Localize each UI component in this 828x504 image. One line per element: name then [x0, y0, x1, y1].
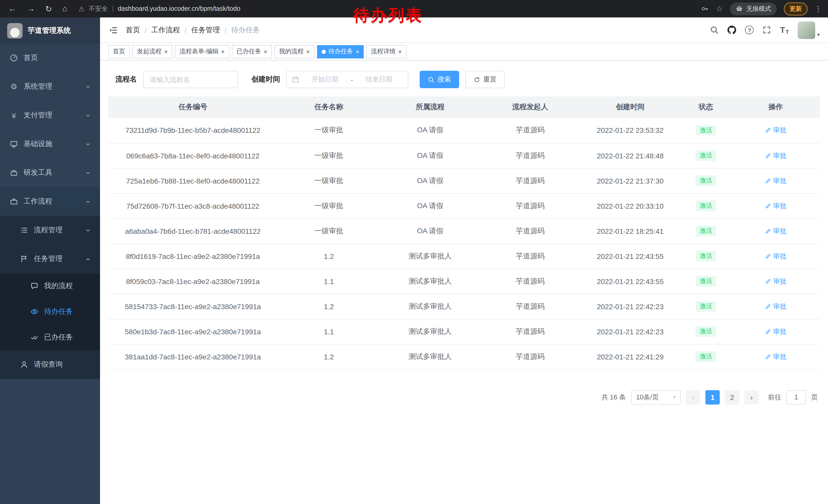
breadcrumb-current: 待办任务	[231, 26, 260, 35]
close-icon[interactable]: ×	[398, 48, 402, 55]
status-badge: 激活	[696, 176, 716, 186]
cell-initiator: 芋道源码	[480, 168, 580, 193]
browser-reload-icon[interactable]: ↻	[45, 4, 52, 13]
cell-actions: 审批	[732, 269, 820, 294]
cell-task-name: 1.2	[278, 243, 380, 269]
sidebar-logo[interactable]: 芋道管理系统	[0, 17, 100, 44]
page-size-select[interactable]: 10条/页 ▾	[631, 390, 681, 404]
breadcrumb: 首页 / 工作流程 / 任务管理 / 待办任务	[126, 26, 260, 35]
tab-start-process[interactable]: 发起流程 ×	[132, 45, 172, 58]
breadcrumb-workflow[interactable]: 工作流程	[151, 26, 180, 35]
approve-link[interactable]: 审批	[765, 176, 786, 185]
cell-task-id: 58154733-7ac8-11ec-a9e2-a2380e71991a	[108, 294, 278, 319]
sidebar-item-system[interactable]: ⚙ 系统管理	[0, 72, 100, 101]
browser-update-button[interactable]: 更新	[784, 2, 808, 15]
sidebar-item-home[interactable]: 首页	[0, 44, 100, 72]
approve-link[interactable]: 审批	[765, 277, 786, 286]
toolbox-icon	[9, 169, 18, 177]
approve-link[interactable]: 审批	[765, 251, 786, 261]
cell-task-id: 73211d9d-7b9b-11ec-b5b7-acde48001122	[108, 118, 278, 143]
table-row: 069c6a63-7b8a-11ec-8ef0-acde48001122 一级审…	[108, 143, 820, 168]
search-icon[interactable]	[710, 26, 719, 34]
approve-link-label: 审批	[773, 226, 786, 236]
sidebar-item-infrastructure[interactable]: 基础设施	[0, 130, 100, 158]
breadcrumb-home[interactable]: 首页	[126, 26, 140, 35]
sidebar-item-done-tasks[interactable]: 已办任务	[0, 325, 100, 350]
create-time-label: 创建时间	[251, 75, 280, 84]
bookmark-star-icon[interactable]: ☆	[716, 4, 723, 13]
breadcrumb-separator: /	[225, 26, 227, 34]
range-separator: -	[351, 76, 353, 83]
sidebar-item-label: 已办任务	[44, 333, 73, 342]
goto-page-input[interactable]	[786, 390, 806, 404]
tab-process-detail[interactable]: 流程详情 ×	[366, 45, 406, 58]
cell-create-time: 2022-01-21 22:42:23	[580, 294, 680, 319]
cell-process: 测试多审批人	[380, 269, 480, 294]
close-icon[interactable]: ×	[356, 48, 359, 55]
browser-menu-icon[interactable]: ⋮	[815, 5, 822, 13]
approve-link[interactable]: 审批	[765, 226, 786, 236]
help-icon[interactable]: ?	[745, 26, 754, 34]
top-navbar: 首页 / 工作流程 / 任务管理 / 待办任务 ?	[100, 17, 828, 43]
sidebar-item-task-management[interactable]: 任务管理	[0, 244, 100, 273]
cell-create-time: 2022-01-22 21:48:48	[580, 143, 680, 168]
status-badge: 激活	[696, 150, 716, 161]
close-icon[interactable]: ×	[164, 48, 168, 55]
close-icon[interactable]: ×	[306, 48, 310, 55]
text-size-icon[interactable]: TT	[780, 26, 789, 35]
browser-home-icon[interactable]: ⌂	[62, 4, 67, 13]
password-key-icon[interactable]	[701, 5, 709, 13]
tab-done-tasks[interactable]: 已办任务 ×	[232, 45, 272, 58]
user-menu[interactable]: ▾	[798, 21, 820, 39]
browser-forward-icon[interactable]: →	[27, 4, 35, 13]
tab-todo-tasks[interactable]: 待办任务 ×	[317, 45, 364, 58]
approve-link-label: 审批	[773, 251, 786, 261]
next-page-button[interactable]: ›	[744, 390, 759, 404]
page-button-2[interactable]: 2	[725, 390, 739, 404]
sidebar-item-workflow[interactable]: 工作流程	[0, 187, 100, 216]
approve-link[interactable]: 审批	[765, 201, 786, 211]
approve-link[interactable]: 审批	[765, 126, 786, 135]
prev-page-button[interactable]: ‹	[686, 390, 700, 404]
tab-process-form-edit[interactable]: 流程表单-编辑 ×	[175, 45, 229, 58]
sidebar-item-devtools[interactable]: 研发工具	[0, 158, 100, 187]
browser-back-icon[interactable]: ←	[8, 4, 16, 13]
cell-status: 激活	[680, 143, 732, 168]
sidebar-item-process-management[interactable]: 流程管理	[0, 216, 100, 244]
breadcrumb-task-management[interactable]: 任务管理	[191, 26, 220, 35]
close-icon[interactable]: ×	[264, 48, 267, 55]
approve-link[interactable]: 审批	[765, 151, 786, 160]
tab-home[interactable]: 首页	[108, 45, 130, 58]
approve-link[interactable]: 审批	[765, 327, 786, 336]
list-icon	[19, 226, 29, 234]
cell-actions: 审批	[732, 319, 820, 344]
cell-status: 激活	[680, 319, 732, 344]
sidebar-item-my-process[interactable]: 我的流程	[0, 273, 100, 299]
reset-button[interactable]: 重置	[465, 71, 505, 88]
tab-my-process[interactable]: 我的流程 ×	[275, 45, 315, 58]
close-icon[interactable]: ×	[221, 48, 225, 55]
address-bar[interactable]: ⚠ 不安全 | dashboard.yudao.iocoder.cn/bpm/t…	[79, 4, 240, 13]
cell-status: 激活	[680, 118, 732, 143]
fullscreen-icon[interactable]	[762, 26, 771, 34]
github-icon[interactable]	[728, 26, 736, 34]
page-button-1[interactable]: 1	[705, 390, 720, 404]
date-range-picker[interactable]: 开始日期 - 结束日期	[286, 71, 408, 88]
approve-link-label: 审批	[773, 302, 786, 311]
search-button[interactable]: 搜索	[420, 71, 459, 88]
approve-link[interactable]: 审批	[765, 352, 786, 361]
process-name-input[interactable]	[143, 71, 238, 88]
sidebar-item-leave-query[interactable]: 请假查询	[0, 350, 100, 379]
sidebar-item-label: 首页	[24, 53, 38, 62]
cell-task-id: 8f0d1619-7ac8-11ec-a9e2-a2380e71991a	[108, 243, 278, 269]
yen-icon: ¥	[9, 111, 18, 120]
sidebar-item-payment[interactable]: ¥ 支付管理	[0, 101, 100, 130]
sidebar-fold-icon[interactable]	[108, 26, 118, 35]
approve-link[interactable]: 审批	[765, 302, 786, 311]
status-badge: 激活	[696, 352, 716, 362]
chevron-down-icon	[85, 84, 91, 89]
cell-status: 激活	[680, 269, 732, 294]
cell-actions: 审批	[732, 168, 820, 193]
column-header-initiator: 流程发起人	[480, 96, 580, 118]
sidebar-item-todo-tasks[interactable]: 待办任务	[0, 299, 100, 325]
